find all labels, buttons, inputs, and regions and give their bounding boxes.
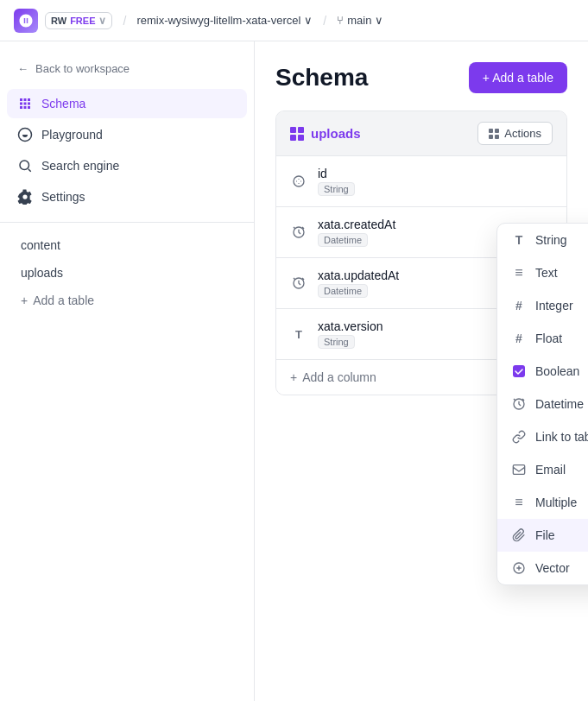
- dropdown-item-string[interactable]: T String: [497, 224, 588, 256]
- sidebar-tables: content uploads + Add a table: [0, 233, 254, 313]
- string-icon: T: [511, 232, 527, 248]
- project-name: remix-wysiwyg-litellm-xata-vercel: [136, 14, 300, 27]
- file-icon: [511, 527, 527, 543]
- actions-button[interactable]: Actions: [477, 122, 553, 145]
- dropdown-datetime-label: Datetime: [535, 397, 584, 411]
- sidebar-item-settings[interactable]: Settings: [7, 182, 247, 212]
- sidebar-item-schema-label: Schema: [41, 97, 85, 111]
- field-version-icon: T: [290, 325, 307, 343]
- dropdown-item-multiple[interactable]: ≡ Multiple: [497, 486, 588, 519]
- table-header: uploads Actions: [276, 111, 566, 156]
- field-updatedat-type: Datetime: [318, 284, 368, 298]
- branch-chevron: ∨: [375, 14, 383, 27]
- boolean-icon: [511, 363, 527, 379]
- workspace-badge[interactable]: RW FREE ∨: [45, 12, 112, 29]
- sidebar: ← Back to workspace Schema Playground: [0, 41, 255, 701]
- field-createdat-icon: [290, 224, 307, 241]
- back-to-workspace[interactable]: ← Back to workspace: [0, 55, 254, 82]
- sidebar-add-table[interactable]: + Add a table: [17, 288, 237, 313]
- dropdown-item-integer[interactable]: # Integer: [497, 289, 588, 322]
- actions-grid-icon: [489, 129, 499, 139]
- plan-label: FREE: [70, 16, 95, 26]
- sidebar-item-playground-label: Playground: [41, 128, 103, 142]
- dropdown-item-file[interactable]: File: [497, 519, 588, 552]
- table-grid-icon: [290, 127, 304, 141]
- sidebar-item-search-engine-label: Search engine: [41, 159, 119, 173]
- dropdown-item-text[interactable]: ≡ Text: [497, 256, 588, 289]
- topbar: RW FREE ∨ / remix-wysiwyg-litellm-xata-v…: [0, 0, 588, 41]
- sidebar-add-icon: +: [21, 294, 28, 307]
- dropdown-item-vector[interactable]: Vector: [497, 552, 588, 584]
- float-icon: #: [511, 331, 527, 346]
- add-table-button[interactable]: + Add a table: [469, 62, 567, 93]
- sidebar-table-content[interactable]: content: [17, 233, 237, 257]
- schema-icon: [17, 96, 33, 111]
- sidebar-table-uploads[interactable]: uploads: [17, 261, 237, 285]
- logo-icon: [18, 13, 34, 28]
- sidebar-item-schema[interactable]: Schema: [7, 89, 247, 118]
- dropdown-item-datetime[interactable]: Datetime: [497, 388, 588, 420]
- text-icon: ≡: [511, 265, 527, 281]
- email-icon: [511, 462, 527, 477]
- dropdown-integer-label: Integer: [535, 299, 573, 313]
- search-engine-icon: [17, 158, 33, 174]
- dropdown-item-boolean[interactable]: Boolean: [497, 355, 588, 388]
- dropdown-item-float[interactable]: # Float: [497, 322, 588, 355]
- add-column-label: Add a column: [302, 370, 376, 384]
- back-arrow-icon: ←: [17, 62, 28, 75]
- main-layout: ← Back to workspace Schema Playground: [0, 41, 588, 701]
- dropdown-item-link-to-table[interactable]: Link to table: [497, 420, 588, 453]
- sidebar-item-search-engine[interactable]: Search engine: [7, 151, 247, 180]
- workspace-initials: RW: [51, 16, 66, 26]
- dropdown-file-label: File: [535, 528, 555, 542]
- field-row-id[interactable]: id String: [276, 156, 566, 207]
- sidebar-add-label: Add a table: [33, 294, 94, 307]
- settings-icon: [17, 189, 33, 205]
- sidebar-nav: Schema Playground Search engine: [0, 89, 254, 212]
- add-column-plus: +: [290, 370, 297, 384]
- dropdown-boolean-label: Boolean: [535, 364, 579, 378]
- svg-point-1: [20, 161, 29, 170]
- svg-rect-7: [513, 465, 524, 475]
- integer-icon: #: [511, 298, 527, 313]
- dropdown-email-label: Email: [535, 463, 566, 477]
- field-id-type: String: [318, 182, 355, 196]
- column-type-dropdown: T String ≡ Text # Integer # Float Boolea…: [496, 223, 588, 585]
- table-name-row: uploads: [290, 126, 361, 141]
- svg-point-2: [294, 176, 304, 186]
- field-updatedat-icon: [290, 275, 307, 292]
- field-id-icon: [290, 173, 307, 190]
- page-title: Schema: [275, 64, 368, 92]
- app-logo[interactable]: [14, 9, 38, 33]
- project-chevron: ∨: [304, 14, 313, 27]
- badge-chevron: ∨: [98, 15, 106, 27]
- table-name: uploads: [311, 126, 361, 141]
- multiple-icon: ≡: [511, 495, 527, 510]
- separator-1: /: [123, 14, 126, 28]
- sidebar-divider: [0, 222, 254, 223]
- playground-icon: [17, 127, 33, 142]
- datetime-icon: [511, 396, 527, 412]
- branch-selector[interactable]: ⑂ main ∨: [337, 14, 383, 27]
- field-id-name: id: [318, 167, 553, 180]
- main-header: Schema + Add a table: [275, 62, 567, 93]
- dropdown-link-label: Link to table: [535, 430, 588, 444]
- main-content: Schema + Add a table uploads: [255, 41, 588, 701]
- field-version-type: String: [318, 335, 355, 349]
- actions-label: Actions: [504, 127, 541, 140]
- dropdown-multiple-label: Multiple: [535, 496, 577, 509]
- vector-icon: [511, 560, 527, 576]
- sidebar-item-settings-label: Settings: [41, 190, 85, 204]
- dropdown-string-label: String: [535, 233, 567, 247]
- separator-2: /: [323, 14, 326, 28]
- svg-rect-5: [513, 365, 525, 377]
- field-createdat-type: Datetime: [318, 233, 368, 247]
- link-to-table-icon: [511, 429, 527, 445]
- dropdown-vector-label: Vector: [535, 561, 570, 575]
- field-id-info: id String: [318, 167, 553, 196]
- dropdown-text-label: Text: [535, 266, 558, 280]
- sidebar-item-playground[interactable]: Playground: [7, 120, 247, 149]
- project-selector[interactable]: remix-wysiwyg-litellm-xata-vercel ∨: [136, 14, 313, 27]
- dropdown-item-email[interactable]: Email: [497, 453, 588, 486]
- dropdown-float-label: Float: [535, 332, 562, 345]
